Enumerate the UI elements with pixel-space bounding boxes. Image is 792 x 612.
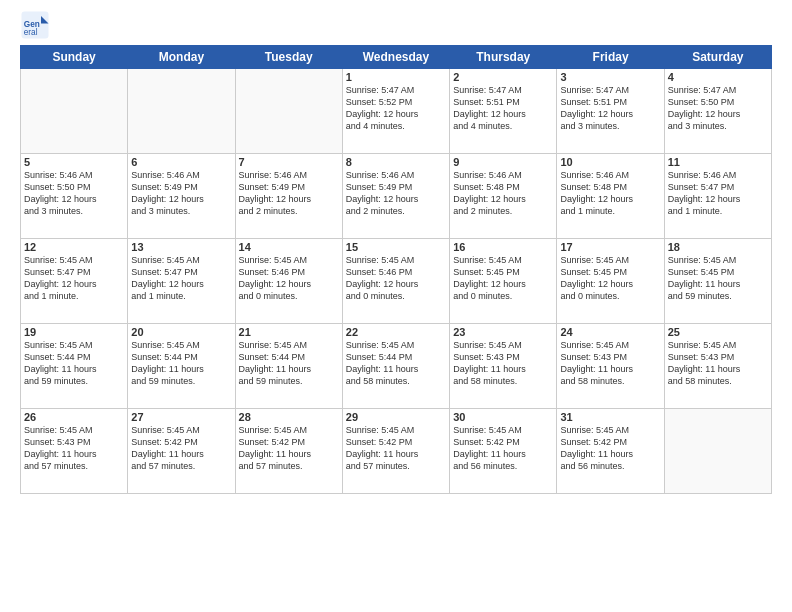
calendar-cell: 13Sunrise: 5:45 AM Sunset: 5:47 PM Dayli… [128, 239, 235, 324]
day-number: 28 [239, 411, 339, 423]
day-info: Sunrise: 5:46 AM Sunset: 5:49 PM Dayligh… [346, 169, 446, 218]
calendar-cell: 29Sunrise: 5:45 AM Sunset: 5:42 PM Dayli… [342, 409, 449, 494]
calendar-cell: 14Sunrise: 5:45 AM Sunset: 5:46 PM Dayli… [235, 239, 342, 324]
calendar-cell: 19Sunrise: 5:45 AM Sunset: 5:44 PM Dayli… [21, 324, 128, 409]
day-info: Sunrise: 5:45 AM Sunset: 5:45 PM Dayligh… [668, 254, 768, 303]
day-number: 5 [24, 156, 124, 168]
day-number: 12 [24, 241, 124, 253]
day-info: Sunrise: 5:47 AM Sunset: 5:51 PM Dayligh… [560, 84, 660, 133]
calendar-cell: 18Sunrise: 5:45 AM Sunset: 5:45 PM Dayli… [664, 239, 771, 324]
day-number: 4 [668, 71, 768, 83]
day-number: 24 [560, 326, 660, 338]
calendar-cell: 30Sunrise: 5:45 AM Sunset: 5:42 PM Dayli… [450, 409, 557, 494]
calendar-cell: 26Sunrise: 5:45 AM Sunset: 5:43 PM Dayli… [21, 409, 128, 494]
day-number: 8 [346, 156, 446, 168]
day-info: Sunrise: 5:45 AM Sunset: 5:44 PM Dayligh… [239, 339, 339, 388]
calendar-cell: 27Sunrise: 5:45 AM Sunset: 5:42 PM Dayli… [128, 409, 235, 494]
day-number: 3 [560, 71, 660, 83]
day-info: Sunrise: 5:46 AM Sunset: 5:49 PM Dayligh… [131, 169, 231, 218]
day-number: 6 [131, 156, 231, 168]
weekday-header-sunday: Sunday [21, 46, 128, 69]
day-info: Sunrise: 5:45 AM Sunset: 5:47 PM Dayligh… [24, 254, 124, 303]
day-info: Sunrise: 5:45 AM Sunset: 5:42 PM Dayligh… [560, 424, 660, 473]
day-info: Sunrise: 5:45 AM Sunset: 5:43 PM Dayligh… [24, 424, 124, 473]
calendar-cell: 21Sunrise: 5:45 AM Sunset: 5:44 PM Dayli… [235, 324, 342, 409]
day-info: Sunrise: 5:45 AM Sunset: 5:42 PM Dayligh… [346, 424, 446, 473]
calendar-cell: 31Sunrise: 5:45 AM Sunset: 5:42 PM Dayli… [557, 409, 664, 494]
day-number: 16 [453, 241, 553, 253]
calendar-cell: 15Sunrise: 5:45 AM Sunset: 5:46 PM Dayli… [342, 239, 449, 324]
calendar-cell: 25Sunrise: 5:45 AM Sunset: 5:43 PM Dayli… [664, 324, 771, 409]
day-info: Sunrise: 5:46 AM Sunset: 5:47 PM Dayligh… [668, 169, 768, 218]
day-info: Sunrise: 5:45 AM Sunset: 5:42 PM Dayligh… [239, 424, 339, 473]
day-number: 11 [668, 156, 768, 168]
day-info: Sunrise: 5:47 AM Sunset: 5:50 PM Dayligh… [668, 84, 768, 133]
weekday-header-wednesday: Wednesday [342, 46, 449, 69]
day-info: Sunrise: 5:45 AM Sunset: 5:43 PM Dayligh… [453, 339, 553, 388]
logo-icon: Gen eral [20, 10, 50, 40]
day-info: Sunrise: 5:45 AM Sunset: 5:46 PM Dayligh… [239, 254, 339, 303]
calendar-cell: 10Sunrise: 5:46 AM Sunset: 5:48 PM Dayli… [557, 154, 664, 239]
calendar-table: SundayMondayTuesdayWednesdayThursdayFrid… [20, 45, 772, 494]
day-number: 17 [560, 241, 660, 253]
day-number: 14 [239, 241, 339, 253]
weekday-header-saturday: Saturday [664, 46, 771, 69]
calendar-cell: 16Sunrise: 5:45 AM Sunset: 5:45 PM Dayli… [450, 239, 557, 324]
day-number: 29 [346, 411, 446, 423]
svg-text:eral: eral [24, 28, 38, 37]
day-number: 7 [239, 156, 339, 168]
day-number: 1 [346, 71, 446, 83]
day-number: 20 [131, 326, 231, 338]
day-number: 18 [668, 241, 768, 253]
header: Gen eral [0, 0, 792, 45]
day-number: 23 [453, 326, 553, 338]
day-info: Sunrise: 5:46 AM Sunset: 5:48 PM Dayligh… [560, 169, 660, 218]
day-info: Sunrise: 5:45 AM Sunset: 5:44 PM Dayligh… [131, 339, 231, 388]
calendar-cell: 23Sunrise: 5:45 AM Sunset: 5:43 PM Dayli… [450, 324, 557, 409]
day-info: Sunrise: 5:45 AM Sunset: 5:43 PM Dayligh… [668, 339, 768, 388]
weekday-header-monday: Monday [128, 46, 235, 69]
calendar-cell [128, 69, 235, 154]
calendar-cell: 8Sunrise: 5:46 AM Sunset: 5:49 PM Daylig… [342, 154, 449, 239]
calendar-cell: 6Sunrise: 5:46 AM Sunset: 5:49 PM Daylig… [128, 154, 235, 239]
calendar-cell: 17Sunrise: 5:45 AM Sunset: 5:45 PM Dayli… [557, 239, 664, 324]
calendar-cell: 4Sunrise: 5:47 AM Sunset: 5:50 PM Daylig… [664, 69, 771, 154]
day-info: Sunrise: 5:47 AM Sunset: 5:51 PM Dayligh… [453, 84, 553, 133]
calendar-cell: 28Sunrise: 5:45 AM Sunset: 5:42 PM Dayli… [235, 409, 342, 494]
calendar-cell: 20Sunrise: 5:45 AM Sunset: 5:44 PM Dayli… [128, 324, 235, 409]
day-number: 30 [453, 411, 553, 423]
calendar-cell: 9Sunrise: 5:46 AM Sunset: 5:48 PM Daylig… [450, 154, 557, 239]
day-info: Sunrise: 5:45 AM Sunset: 5:42 PM Dayligh… [453, 424, 553, 473]
day-info: Sunrise: 5:45 AM Sunset: 5:44 PM Dayligh… [346, 339, 446, 388]
day-info: Sunrise: 5:45 AM Sunset: 5:46 PM Dayligh… [346, 254, 446, 303]
calendar-cell [21, 69, 128, 154]
day-info: Sunrise: 5:46 AM Sunset: 5:48 PM Dayligh… [453, 169, 553, 218]
calendar-cell: 22Sunrise: 5:45 AM Sunset: 5:44 PM Dayli… [342, 324, 449, 409]
calendar-cell: 2Sunrise: 5:47 AM Sunset: 5:51 PM Daylig… [450, 69, 557, 154]
day-info: Sunrise: 5:47 AM Sunset: 5:52 PM Dayligh… [346, 84, 446, 133]
day-number: 13 [131, 241, 231, 253]
day-info: Sunrise: 5:45 AM Sunset: 5:45 PM Dayligh… [560, 254, 660, 303]
day-number: 31 [560, 411, 660, 423]
day-info: Sunrise: 5:46 AM Sunset: 5:50 PM Dayligh… [24, 169, 124, 218]
day-number: 19 [24, 326, 124, 338]
day-number: 10 [560, 156, 660, 168]
calendar-cell: 1Sunrise: 5:47 AM Sunset: 5:52 PM Daylig… [342, 69, 449, 154]
calendar-cell [664, 409, 771, 494]
day-info: Sunrise: 5:45 AM Sunset: 5:42 PM Dayligh… [131, 424, 231, 473]
calendar-cell: 5Sunrise: 5:46 AM Sunset: 5:50 PM Daylig… [21, 154, 128, 239]
day-info: Sunrise: 5:45 AM Sunset: 5:43 PM Dayligh… [560, 339, 660, 388]
day-info: Sunrise: 5:46 AM Sunset: 5:49 PM Dayligh… [239, 169, 339, 218]
calendar-cell: 3Sunrise: 5:47 AM Sunset: 5:51 PM Daylig… [557, 69, 664, 154]
day-info: Sunrise: 5:45 AM Sunset: 5:45 PM Dayligh… [453, 254, 553, 303]
day-number: 26 [24, 411, 124, 423]
calendar-cell [235, 69, 342, 154]
weekday-header-friday: Friday [557, 46, 664, 69]
day-number: 9 [453, 156, 553, 168]
calendar-cell: 11Sunrise: 5:46 AM Sunset: 5:47 PM Dayli… [664, 154, 771, 239]
day-number: 21 [239, 326, 339, 338]
calendar-cell: 24Sunrise: 5:45 AM Sunset: 5:43 PM Dayli… [557, 324, 664, 409]
day-number: 22 [346, 326, 446, 338]
calendar-cell: 12Sunrise: 5:45 AM Sunset: 5:47 PM Dayli… [21, 239, 128, 324]
day-number: 2 [453, 71, 553, 83]
